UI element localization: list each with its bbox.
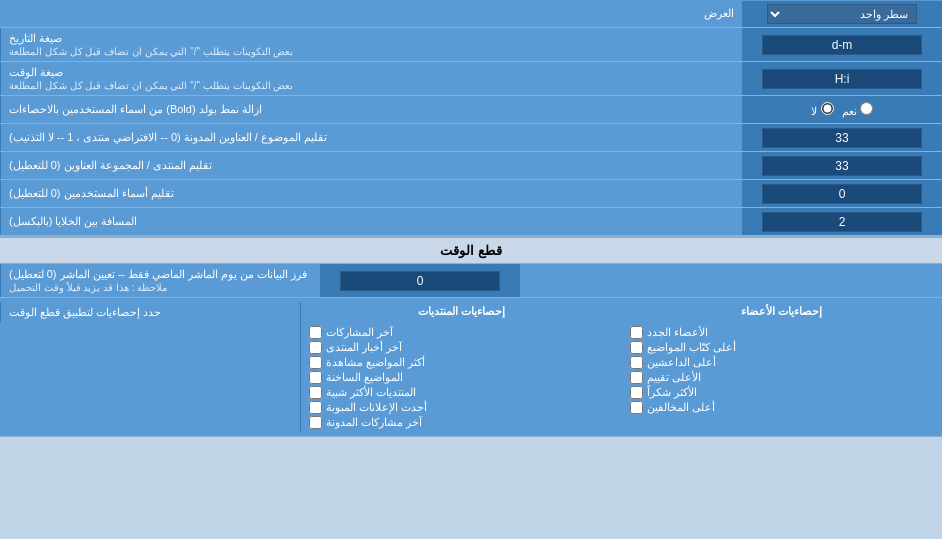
- cell-spacing-input-cell: [742, 208, 942, 235]
- bold-remove-row: ازالة نمط بولد (Bold) من اسماء المستخدمي…: [0, 96, 942, 124]
- time-format-label: صيغة الوقت بعض التكوينات يتطلب "/" التي …: [0, 62, 742, 95]
- cb-old-topics: المواضيع الساخنة: [305, 370, 618, 385]
- cb-recent-ads-input[interactable]: [309, 401, 322, 414]
- checkboxes-header-row: حدد إحصاءيات لتطبيق قطع الوقت إحصاءيات ا…: [0, 302, 942, 323]
- radio-no-label: لا: [811, 102, 833, 118]
- date-format-input[interactable]: [762, 35, 922, 55]
- forum-title-input[interactable]: [762, 156, 922, 176]
- cb-top-rated-input[interactable]: [630, 371, 643, 384]
- cb-new-members: الأعضاء الجدد: [626, 325, 939, 340]
- bold-remove-label: ازالة نمط بولد (Bold) من اسماء المستخدمي…: [0, 96, 742, 123]
- cb-top-active: أعلى الداعشين: [626, 355, 939, 370]
- cb-top-posters: أعلى كتّاب المواضيع: [626, 340, 939, 355]
- realtime-section-header: قطع الوقت: [0, 236, 942, 264]
- checkbox-col1: آخر المشاركات آخر أخبار المنتدى أكثر الم…: [300, 323, 622, 432]
- checkboxes-cols-wrapper: إحصاءيات المنتديات إحصاءيات الأعضاء: [300, 302, 942, 323]
- cb-most-thanked-input[interactable]: [630, 386, 643, 399]
- cb-noted-participations: آخر مشاركات المدونة: [305, 415, 618, 430]
- radio-no[interactable]: [821, 102, 834, 115]
- cb-similar-forums: المنتديات الأكثر شبية: [305, 385, 618, 400]
- cb-similar-forums-input[interactable]: [309, 386, 322, 399]
- checkboxes-items-row: آخر المشاركات آخر أخبار المنتدى أكثر الم…: [0, 323, 942, 432]
- display-select[interactable]: سطر واحد: [767, 4, 917, 24]
- realtime-filter-input[interactable]: [340, 271, 500, 291]
- cb-top-visitors-input[interactable]: [630, 401, 643, 414]
- realtime-filter-row: فرز البيانات من يوم الماشر الماضي فقط --…: [0, 264, 942, 298]
- username-trim-label: تقليم أسماء المستخدمين (0 للتعطيل): [0, 180, 742, 207]
- thread-title-row: تقليم الموضوع / العناوين المدونة (0 -- ا…: [0, 124, 942, 152]
- cb-recent-ads: أحدث الإعلانات المبوبة: [305, 400, 618, 415]
- cell-spacing-input[interactable]: [762, 212, 922, 232]
- radio-yes-label: نعم: [842, 102, 873, 118]
- display-label: العرض: [0, 3, 742, 24]
- checkbox-col2: الأعضاء الجدد أعلى كتّاب المواضيع أعلى ا…: [622, 323, 943, 432]
- realtime-filter-input-cell: [320, 264, 520, 297]
- forum-title-input-cell: [742, 152, 942, 179]
- time-format-row: صيغة الوقت بعض التكوينات يتطلب "/" التي …: [0, 62, 942, 96]
- main-container: العرض سطر واحد صيغة التاريخ بعض التكوينا…: [0, 0, 942, 437]
- cb-most-viewed-input[interactable]: [309, 356, 322, 369]
- cb-last-news-input[interactable]: [309, 341, 322, 354]
- date-format-label: صيغة التاريخ بعض التكوينات يتطلب "/" الت…: [0, 28, 742, 61]
- username-trim-row: تقليم أسماء المستخدمين (0 للتعطيل): [0, 180, 942, 208]
- limit-label: حدد إحصاءيات لتطبيق قطع الوقت: [0, 302, 300, 323]
- cell-spacing-label: المسافة بين الخلايا (بالبكسل): [0, 208, 742, 235]
- bold-remove-radio-cell: نعم لا: [742, 96, 942, 123]
- time-format-input[interactable]: [762, 69, 922, 89]
- time-format-input-cell: [742, 62, 942, 95]
- thread-title-input[interactable]: [762, 128, 922, 148]
- cb-top-active-input[interactable]: [630, 356, 643, 369]
- thread-title-input-cell: [742, 124, 942, 151]
- cb-old-topics-input[interactable]: [309, 371, 322, 384]
- forum-title-label: تقليم المنتدى / المجموعة العناوين (0 للت…: [0, 152, 742, 179]
- forum-title-row: تقليم المنتدى / المجموعة العناوين (0 للت…: [0, 152, 942, 180]
- radio-yes[interactable]: [860, 102, 873, 115]
- cb-top-posters-input[interactable]: [630, 341, 643, 354]
- realtime-filter-label: فرز البيانات من يوم الماشر الماضي فقط --…: [0, 264, 320, 297]
- cb-last-news: آخر أخبار المنتدى: [305, 340, 618, 355]
- cb-noted-participations-input[interactable]: [309, 416, 322, 429]
- col1-header: إحصاءيات المنتديات: [300, 302, 622, 323]
- display-select-cell: سطر واحد: [742, 1, 942, 27]
- date-format-input-cell: [742, 28, 942, 61]
- checkboxes-area: حدد إحصاءيات لتطبيق قطع الوقت إحصاءيات ا…: [0, 298, 942, 437]
- col2-header: إحصاءيات الأعضاء: [622, 302, 943, 323]
- cb-last-posts: آخر المشاركات: [305, 325, 618, 340]
- cb-top-visitors: أعلى المخالفين: [626, 400, 939, 415]
- display-row: العرض سطر واحد: [0, 0, 942, 28]
- username-trim-input-cell: [742, 180, 942, 207]
- thread-title-label: تقليم الموضوع / العناوين المدونة (0 -- ا…: [0, 124, 742, 151]
- cb-most-thanked: الأكثر شكراً: [626, 385, 939, 400]
- date-format-row: صيغة التاريخ بعض التكوينات يتطلب "/" الت…: [0, 28, 942, 62]
- checkboxes-items-wrapper: آخر المشاركات آخر أخبار المنتدى أكثر الم…: [300, 323, 942, 432]
- cb-new-members-input[interactable]: [630, 326, 643, 339]
- cell-spacing-row: المسافة بين الخلايا (بالبكسل): [0, 208, 942, 236]
- cb-most-viewed: أكثر المواضيع مشاهدة: [305, 355, 618, 370]
- username-trim-input[interactable]: [762, 184, 922, 204]
- cb-last-posts-input[interactable]: [309, 326, 322, 339]
- cb-top-rated: الأعلى تقييم: [626, 370, 939, 385]
